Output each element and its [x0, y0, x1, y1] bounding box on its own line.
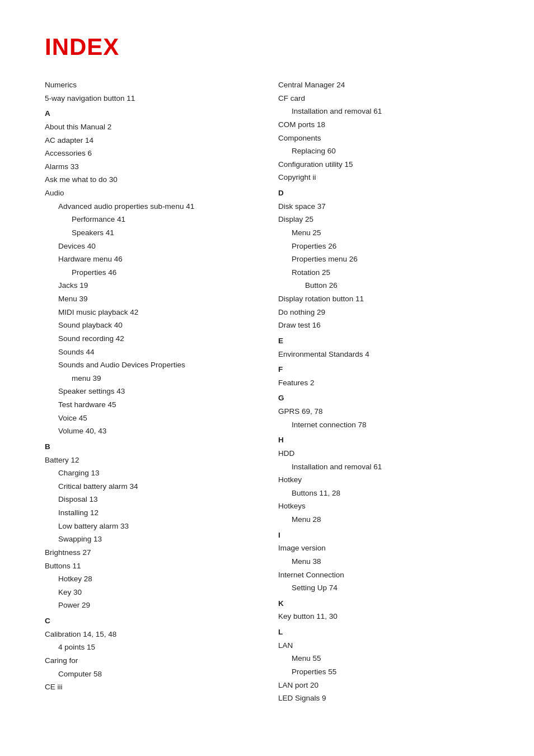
list-item: About this Manual 2 — [45, 120, 256, 134]
list-item: Low battery alarm 33 — [45, 520, 256, 533]
list-item: Installation and removal 61 — [278, 460, 489, 474]
list-item: Computer 58 — [45, 668, 256, 681]
list-item: 5-way navigation button 11 — [45, 92, 256, 105]
list-item: Replacing 60 — [278, 144, 489, 158]
list-item: A — [45, 107, 256, 120]
list-item: Buttons 11 — [45, 559, 256, 573]
list-item: Ask me what to do 30 — [45, 173, 256, 186]
list-item: COM ports 18 — [278, 118, 489, 132]
list-item: Installation and removal 61 — [278, 105, 489, 118]
list-item: Features 2 — [278, 376, 489, 390]
list-item: LAN — [278, 639, 489, 652]
page-title: INDEX — [45, 34, 489, 60]
list-item: Accessories 6 — [45, 147, 256, 160]
list-item: Numerics — [45, 78, 256, 92]
list-item: GPRS 69, 78 — [278, 405, 489, 418]
list-item: Do nothing 29 — [278, 306, 489, 319]
list-item: Hotkey 28 — [45, 572, 256, 586]
list-item: Speakers 41 — [45, 226, 256, 240]
list-item: Test hardware 45 — [45, 398, 256, 412]
list-item: Menu 38 — [278, 555, 489, 568]
list-item: Environmental Standards 4 — [278, 348, 489, 361]
list-item: Configuration utility 15 — [278, 158, 489, 171]
list-item: Devices 40 — [45, 240, 256, 253]
left-column: Numerics5-way navigation button 11AAbout… — [45, 78, 278, 694]
list-item: Draw test 16 — [278, 319, 489, 332]
list-item: LAN port 20 — [278, 679, 489, 692]
list-item: Copyright ii — [278, 171, 489, 184]
list-item: Power 29 — [45, 599, 256, 612]
list-item: Button 26 — [278, 279, 489, 292]
list-item: Sounds and Audio Devices Properties — [45, 358, 256, 372]
list-item: Menu 55 — [278, 652, 489, 665]
list-item: Display rotation button 11 — [278, 292, 489, 306]
list-item: Rotation 25 — [278, 266, 489, 279]
list-item: Menu 28 — [278, 513, 489, 526]
list-item: Installing 12 — [45, 506, 256, 520]
list-item: Internet connection 78 — [278, 418, 489, 432]
list-item: Disposal 13 — [45, 493, 256, 506]
list-item: H — [278, 433, 489, 447]
list-item: Battery 12 — [45, 454, 256, 467]
list-item: Performance 41 — [45, 213, 256, 226]
list-item: Properties menu 26 — [278, 253, 489, 266]
list-item: Display 25 — [278, 213, 489, 226]
list-item: menu 39 — [45, 372, 256, 385]
list-item: G — [278, 391, 489, 405]
list-item: I — [278, 529, 489, 542]
list-item: Hotkeys — [278, 500, 489, 513]
list-item: LED Signals 9 — [278, 692, 489, 705]
list-item: Caring for — [45, 654, 256, 668]
list-item: D — [278, 186, 489, 200]
list-item: Swapping 13 — [45, 533, 256, 546]
list-item: Brightness 27 — [45, 546, 256, 559]
list-item: Key 30 — [45, 586, 256, 599]
list-item: K — [278, 597, 489, 610]
list-item: Sounds 44 — [45, 346, 256, 359]
list-item: Menu 25 — [278, 226, 489, 240]
list-item: Properties 55 — [278, 665, 489, 679]
list-item: Sound recording 42 — [45, 332, 256, 346]
list-item: Image version — [278, 542, 489, 555]
list-item: Audio — [45, 186, 256, 200]
list-item: Advanced audio properties sub-menu 41 — [45, 200, 256, 213]
list-item: Buttons 11, 28 — [278, 487, 489, 500]
right-column: Central Manager 24CF cardInstallation an… — [278, 78, 489, 705]
list-item: CE iii — [45, 680, 256, 694]
list-item: Calibration 14, 15, 48 — [45, 628, 256, 641]
list-item: Critical battery alarm 34 — [45, 480, 256, 493]
list-item: Voice 45 — [45, 412, 256, 425]
list-item: 4 points 15 — [45, 641, 256, 654]
list-item: Sound playback 40 — [45, 319, 256, 332]
list-item: Volume 40, 43 — [45, 424, 256, 438]
list-item: Setting Up 74 — [278, 581, 489, 595]
list-item: Charging 13 — [45, 466, 256, 480]
list-item: Jacks 19 — [45, 279, 256, 292]
list-item: Central Manager 24 — [278, 78, 489, 92]
list-item: Menu 39 — [45, 292, 256, 306]
list-item: Speaker settings 43 — [45, 385, 256, 398]
list-item: Disk space 37 — [278, 200, 489, 213]
list-item: CF card — [278, 92, 489, 105]
list-item: Components — [278, 132, 489, 145]
list-item: C — [45, 614, 256, 628]
list-item: B — [45, 440, 256, 454]
list-item: Properties 46 — [45, 266, 256, 279]
list-item: HDD — [278, 447, 489, 460]
list-item: E — [278, 334, 489, 348]
list-item: L — [278, 626, 489, 639]
list-item: Internet Connection — [278, 568, 489, 582]
list-item: Properties 26 — [278, 240, 489, 253]
list-item: AC adapter 14 — [45, 134, 256, 147]
list-item: Hardware menu 46 — [45, 253, 256, 266]
list-item: Key button 11, 30 — [278, 610, 489, 623]
list-item: F — [278, 363, 489, 376]
list-item: Hotkey — [278, 473, 489, 487]
list-item: MIDI music playback 42 — [45, 306, 256, 319]
list-item: Alarms 33 — [45, 160, 256, 174]
